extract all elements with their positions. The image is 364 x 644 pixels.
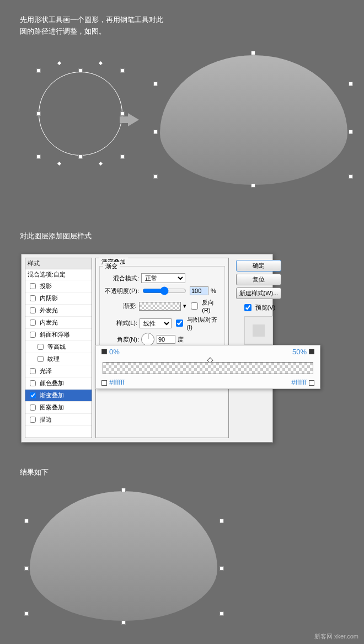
circle-path-shape [39,72,122,156]
gradient-label: 渐变: [103,302,137,310]
angle-unit: 度 [178,336,184,344]
stop2-opacity: 50% [292,348,307,356]
bbox-handle [120,155,125,159]
bbox-handle [220,611,224,616]
bbox-handle [120,68,125,73]
bbox-handle [78,155,83,159]
anchor-point [99,162,103,166]
style-item-pattern-overlay[interactable]: 图案叠加 [25,402,92,414]
reset-button[interactable]: 复位 [236,274,281,285]
bbox-handle [36,111,41,116]
label: 光泽 [40,367,52,375]
color-stop-left[interactable] [101,379,107,386]
style-item-gradient-overlay[interactable]: 渐变叠加 [25,390,92,402]
dialog-buttons: 确定 复位 新建样式(W)... 预览(V) [233,258,284,348]
color-stop-right[interactable] [309,379,314,386]
label: 纹理 [47,355,60,363]
label: 内阴影 [40,294,58,302]
label: 图案叠加 [40,403,64,412]
checkbox[interactable] [30,417,36,423]
style-item-stroke[interactable]: 描边 [25,414,92,426]
stop1-color: #ffffff [109,378,125,386]
checkbox[interactable] [30,307,36,313]
new-style-button[interactable]: 新建样式(W)... [236,288,281,299]
checkbox[interactable] [30,283,36,289]
bbox-handle [24,611,29,616]
gradient-editor-popup: 0% 50% #ffffff #ffffff [95,345,320,389]
bbox-handle [78,68,83,73]
angle-dial[interactable] [141,333,154,346]
checkbox[interactable] [30,368,36,374]
bbox-handle [36,68,41,73]
blend-options-row[interactable]: 混合选项:自定 [25,269,92,280]
checkbox[interactable] [30,380,36,386]
preview-checkbox[interactable] [244,304,251,311]
instruction-text-3: 结果如下 [20,467,49,478]
opacity-label: 不透明度(P): [103,287,139,295]
label: 颜色叠加 [40,379,64,387]
reverse-checkbox[interactable] [191,302,198,310]
arrow-icon [128,113,139,126]
gradient-bar[interactable] [103,362,313,374]
bbox-handle [153,174,158,179]
bbox-handle [36,155,41,159]
blend-mode-label: 混合模式: [103,274,139,283]
style-item-color-overlay[interactable]: 颜色叠加 [25,377,92,390]
checkbox[interactable] [38,356,44,362]
styles-header: 样式 [25,258,92,269]
checkbox[interactable] [30,332,36,338]
style-item-inner-glow[interactable]: 内发光 [25,317,92,329]
bbox-handle [24,566,29,571]
opacity-stop-left[interactable] [101,349,107,355]
bbox-handle [349,174,353,179]
opacity-slider[interactable] [142,286,186,295]
reverse-label: 反向(R) [202,299,221,313]
dropdown-icon[interactable]: ▾ [183,302,186,310]
opacity-unit: % [211,288,216,294]
label: 内发光 [40,318,58,327]
opacity-stop-right[interactable] [309,349,314,355]
dome-shape-final [30,491,217,621]
style-select[interactable]: 线性 [140,318,172,328]
instruction-text-2: 对此图层添加图层样式 [20,231,92,242]
bbox-handle [153,82,158,86]
checkbox[interactable] [30,392,36,398]
watermark-text: 新客网 xker.com [314,632,358,641]
ok-button[interactable]: 确定 [236,260,281,272]
anchor-point [57,61,61,65]
style-item-inner-shadow[interactable]: 内阴影 [25,292,92,305]
style-item-bevel[interactable]: 斜面和浮雕 [25,329,92,341]
label: 斜面和浮雕 [40,331,70,339]
checkbox[interactable] [30,320,36,326]
checkbox[interactable] [30,405,36,411]
gradient-preview[interactable] [139,302,181,311]
style-item-satin[interactable]: 光泽 [25,365,92,377]
instruction-text-1: 先用形状工具画一个圆形，再用钢笔工具对此圆的路径进行调整，如图。 [20,14,163,38]
align-checkbox[interactable] [176,320,183,327]
anchor-point [57,162,61,166]
preview-swatch [253,324,265,337]
bbox-handle [251,183,255,188]
checkbox[interactable] [30,295,36,301]
angle-input[interactable] [157,335,175,344]
bbox-handle [24,519,29,523]
bbox-handle [349,130,353,134]
opacity-input[interactable] [190,286,208,295]
bbox-handle [120,111,125,116]
style-item-texture[interactable]: 纹理 [25,353,92,365]
align-label: 与图层对齐(I) [187,316,221,331]
bbox-handle [251,51,255,55]
style-item-outer-glow[interactable]: 外发光 [25,305,92,317]
blend-mode-select[interactable]: 正常 [141,273,185,283]
group-title: 渐变 [103,262,120,270]
preview-swatch-box [244,316,273,345]
bbox-handle [153,130,158,134]
style-item-shadow[interactable]: 投影 [25,280,92,292]
checkbox[interactable] [38,344,44,350]
label: 外发光 [40,306,58,315]
label: 描边 [40,416,52,424]
stop2-color: #ffffff [291,378,307,386]
style-item-contour[interactable]: 等高线 [25,341,92,353]
preview-label: 预览(V) [255,304,276,312]
label: 渐变叠加 [40,391,64,400]
